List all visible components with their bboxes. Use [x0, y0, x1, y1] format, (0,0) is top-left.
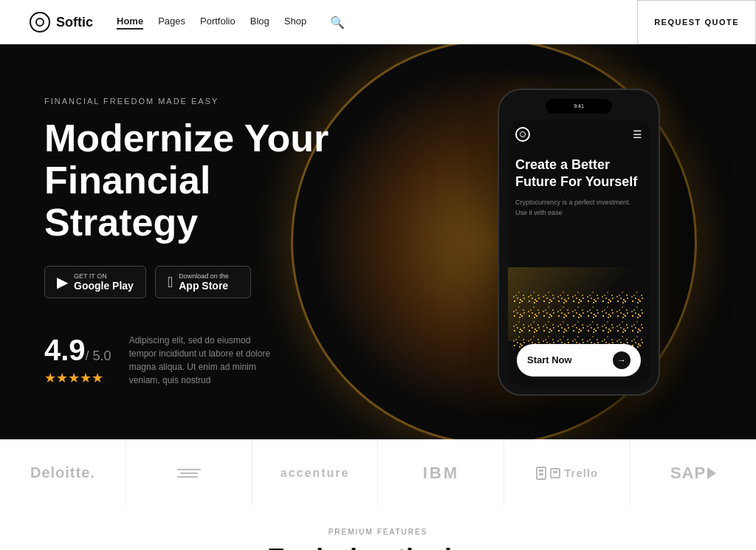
logo-bofa: [126, 440, 252, 506]
sap-triangle-icon: [707, 467, 716, 479]
apple-icon: : [168, 274, 173, 291]
google-play-button[interactable]: ▶ GET IT ON Google Play: [44, 266, 146, 298]
nav-shop[interactable]: Shop: [284, 16, 306, 30]
phone-frame: 9:41 ☰ Create a Better Future For Yourse…: [498, 89, 660, 396]
logos-bar: Deloitte. accenture IBM Trello SAP: [0, 439, 756, 506]
phone-header: ☰: [515, 127, 642, 142]
app-store-label: App Store: [179, 280, 229, 292]
nav-pages[interactable]: Pages: [158, 16, 185, 30]
bofa-icon: [177, 469, 201, 478]
logo-accenture: accenture: [252, 440, 379, 506]
rating-slash: / 5.0: [86, 348, 111, 363]
google-play-label: Google Play: [74, 280, 134, 292]
request-quote-button[interactable]: REQUEST QUOTE: [637, 0, 756, 44]
hero-section: FINANCIAL FREEDOM MADE EASY Modernize Yo…: [0, 44, 756, 439]
nav-home[interactable]: Home: [117, 16, 143, 30]
trello-icon: Trello: [536, 467, 598, 480]
phone-mockup: 9:41 ☰ Create a Better Future For Yourse…: [498, 89, 660, 396]
google-play-sub: GET IT ON: [74, 272, 134, 280]
premium-title: Exploring the key: [0, 543, 756, 550]
navbar-left: Softic Home Pages Portfolio Blog Shop 🔍: [30, 12, 345, 32]
phone-notch: 9:41: [546, 99, 612, 114]
phone-cta-arrow: →: [613, 351, 630, 369]
logo[interactable]: Softic: [30, 12, 93, 32]
logo-ibm: IBM: [378, 440, 504, 506]
hero-title-line1: Modernize Your: [44, 117, 329, 159]
trello-box-1: [536, 467, 546, 480]
nav-blog[interactable]: Blog: [250, 16, 269, 30]
search-icon[interactable]: 🔍: [330, 16, 345, 30]
sap-text: SAP: [670, 464, 706, 483]
deloitte-text: Deloitte.: [30, 464, 95, 481]
bofa-line-1: [177, 469, 201, 470]
rating-score: 4.9/ 5.0 ★★★★★: [44, 334, 111, 386]
accenture-text: accenture: [281, 467, 350, 480]
trello-bar-2: [539, 473, 543, 475]
logo-sap: SAP: [630, 440, 756, 506]
trello-bar-1: [539, 470, 543, 472]
rating-stars: ★★★★★: [44, 370, 111, 386]
hero-eyebrow: FINANCIAL FREEDOM MADE EASY: [44, 97, 347, 106]
phone-logo-inner: [520, 131, 526, 137]
google-play-icon: ▶: [57, 273, 68, 291]
phone-cta-button[interactable]: Start Now →: [517, 344, 641, 377]
logo-deloitte: Deloitte.: [0, 440, 126, 506]
phone-inner: ☰ Create a Better Future For Yourself Cr…: [508, 120, 650, 385]
phone-dots: [512, 289, 646, 348]
app-store-text: Download on the App Store: [179, 272, 229, 292]
app-store-sub: Download on the: [179, 272, 229, 280]
trello-bar-3: [553, 471, 557, 473]
nav-portfolio[interactable]: Portfolio: [200, 16, 236, 30]
logo-trello: Trello: [504, 440, 630, 506]
phone-menu-icon: ☰: [633, 128, 642, 140]
premium-section: PREMIUM FEATURES Exploring the key: [0, 506, 756, 550]
ibm-text: IBM: [423, 464, 459, 483]
bofa-line-2: [180, 472, 198, 474]
phone-hero-text: Create a Better Future For Yourself: [515, 157, 642, 191]
app-store-button[interactable]:  Download on the App Store: [155, 266, 251, 298]
logo-icon: [30, 12, 50, 32]
trello-box-2: [550, 468, 560, 478]
navbar: Softic Home Pages Portfolio Blog Shop 🔍 …: [0, 0, 756, 44]
sap-icon: SAP: [670, 464, 716, 483]
hero-buttons: ▶ GET IT ON Google Play  Download on th…: [44, 266, 347, 298]
google-play-text: GET IT ON Google Play: [74, 272, 134, 292]
rating-text: Adipiscing elit, sed do eiusmod tempor i…: [129, 334, 277, 387]
trello-text: Trello: [564, 467, 598, 479]
nav-links: Home Pages Portfolio Blog Shop: [117, 16, 306, 30]
phone-cta-label: Start Now: [527, 354, 572, 365]
phone-sub-text: Cryptocurrency is a perfect investment. …: [515, 198, 642, 218]
bofa-line-3: [177, 476, 198, 478]
phone-logo-icon: [515, 127, 530, 142]
hero-rating: 4.9/ 5.0 ★★★★★ Adipiscing elit, sed do e…: [44, 334, 347, 387]
hero-title-line2: Financial Strategy: [44, 159, 210, 244]
hero-content: FINANCIAL FREEDOM MADE EASY Modernize Yo…: [0, 97, 391, 388]
rating-number: 4.9: [44, 334, 86, 366]
phone-time: 9:41: [574, 103, 584, 109]
premium-eyebrow: PREMIUM FEATURES: [0, 528, 756, 536]
logo-text: Softic: [56, 15, 93, 30]
logo-inner: [35, 18, 44, 27]
hero-title: Modernize Your Financial Strategy: [44, 117, 347, 244]
